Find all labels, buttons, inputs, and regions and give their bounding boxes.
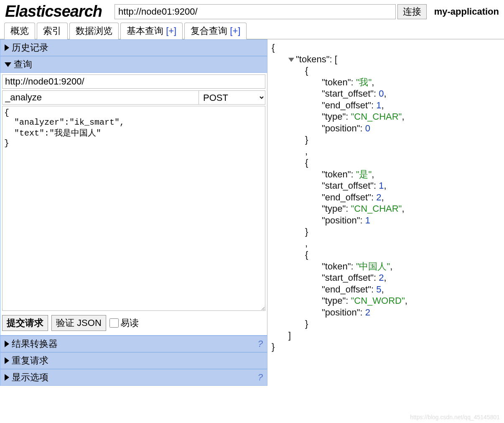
cluster-url-input[interactable] — [115, 4, 396, 19]
chevron-down-icon — [5, 62, 11, 67]
section-repeat-label: 重复请求 — [12, 354, 48, 367]
server-input[interactable] — [2, 74, 265, 89]
section-transformer[interactable]: 结果转换器 ? — [0, 336, 267, 352]
section-history[interactable]: 历史记录 — [0, 39, 267, 56]
help-icon[interactable]: ? — [258, 338, 263, 349]
chevron-right-icon — [5, 44, 9, 51]
chevron-right-icon — [5, 374, 9, 381]
header: Elasticsearch 连接 my-application — [0, 0, 504, 22]
action-row: 提交请求 验证 JSON 易读 — [2, 313, 265, 333]
section-transformer-label: 结果转换器 — [12, 338, 58, 350]
section-query-label: 查询 — [14, 58, 32, 71]
tab-bar: 概览 索引 数据浏览 基本查询 [+] 复合查询 [+] — [0, 22, 504, 39]
section-query[interactable]: 查询 — [0, 56, 267, 73]
response-panel: { "tokens": [ {"token": "我","start_offse… — [267, 39, 504, 386]
app-logo: Elasticsearch — [5, 3, 102, 21]
pretty-checkbox-label[interactable]: 易读 — [109, 317, 139, 329]
main-content: 历史记录 查询 POST 提交请求 验证 JSON 易读 — [0, 39, 504, 386]
collapse-icon[interactable] — [288, 58, 294, 62]
chevron-right-icon — [5, 357, 9, 364]
validate-button[interactable]: 验证 JSON — [51, 315, 106, 331]
section-history-label: 历史记录 — [12, 41, 48, 54]
tab-browse[interactable]: 数据浏览 — [69, 23, 119, 39]
tab-overview[interactable]: 概览 — [4, 23, 35, 39]
left-panel: 历史记录 查询 POST 提交请求 验证 JSON 易读 — [0, 39, 267, 386]
cluster-name: my-application — [434, 6, 499, 17]
path-input[interactable] — [2, 90, 199, 105]
connect-button[interactable]: 连接 — [397, 4, 427, 19]
request-body-textarea[interactable] — [2, 106, 265, 311]
plus-icon: [+] — [166, 26, 176, 36]
tab-basic-query[interactable]: 基本查询 [+] — [120, 23, 183, 39]
submit-button[interactable]: 提交请求 — [2, 315, 48, 331]
section-repeat[interactable]: 重复请求 — [0, 352, 267, 369]
method-select[interactable]: POST — [199, 90, 265, 105]
help-icon[interactable]: ? — [258, 372, 263, 383]
section-display-label: 显示选项 — [12, 371, 48, 384]
token-object: {"token": "中国人","start_offset": 2,"end_o… — [305, 249, 500, 330]
tab-compound-query[interactable]: 复合查询 [+] — [184, 23, 247, 39]
pretty-checkbox[interactable] — [109, 318, 119, 328]
tab-index[interactable]: 索引 — [37, 23, 68, 39]
plus-icon: [+] — [230, 26, 240, 36]
token-object: {"token": "是","start_offset": 1,"end_off… — [305, 157, 500, 238]
query-body: POST 提交请求 验证 JSON 易读 — [0, 73, 267, 336]
section-display[interactable]: 显示选项 ? — [0, 369, 267, 386]
token-object: {"token": "我","start_offset": 0,"end_off… — [305, 65, 500, 146]
chevron-right-icon — [5, 341, 9, 347]
